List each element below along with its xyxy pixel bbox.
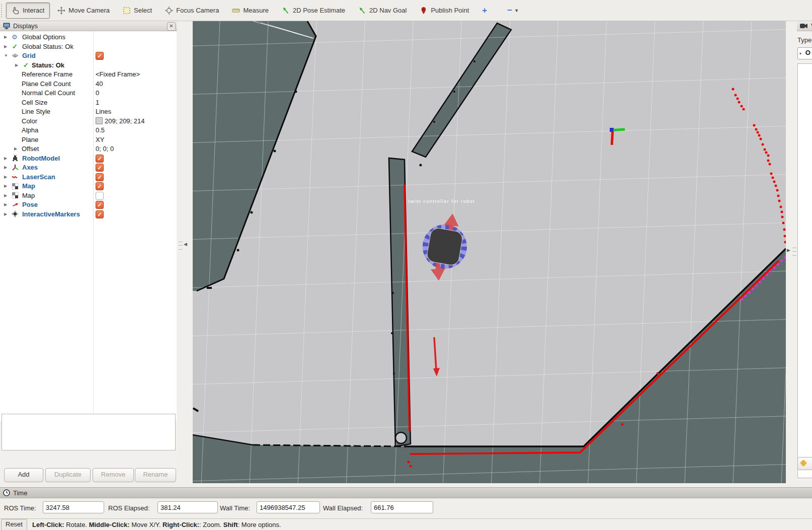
grid-checkbox[interactable]: ✓ xyxy=(96,52,104,60)
row-label: Grid xyxy=(22,51,36,60)
time-panel-body: ROS Time: ROS Elapsed: Wall Time: Wall E… xyxy=(0,499,812,518)
expander-icon[interactable]: ▶ xyxy=(4,172,7,182)
pose-checkbox[interactable]: ✓ xyxy=(96,201,104,209)
tree-row-reference-frame[interactable]: Reference Frame <Fixed Frame> xyxy=(0,69,177,79)
map-pillar xyxy=(395,432,407,443)
splitter-grip[interactable] xyxy=(792,248,796,256)
property-value[interactable]: 40 xyxy=(96,79,103,89)
tree-row-plane[interactable]: Plane XY xyxy=(0,135,177,144)
tree-row-normal-cell-count[interactable]: Normal Cell Count 0 xyxy=(0,88,177,98)
map-3d-view[interactable]: twist controller for robot xyxy=(193,21,786,483)
expander-icon[interactable]: ▼ xyxy=(4,51,8,60)
render-viewport[interactable]: twist controller for robot xyxy=(193,21,786,483)
property-value[interactable]: <Fixed Frame> xyxy=(96,69,140,79)
tree-row-global-status[interactable]: ▶ ✓ Global Status: Ok xyxy=(0,42,177,51)
time-panel-header[interactable]: Time xyxy=(0,487,812,498)
expander-icon[interactable]: ▶ xyxy=(4,42,7,51)
right-splitter-gutter[interactable]: ▶ xyxy=(786,21,797,482)
ros-elapsed-field[interactable] xyxy=(157,501,218,513)
robot-body[interactable] xyxy=(426,227,464,266)
tool-select[interactable]: Select xyxy=(117,3,157,19)
views-panel-title[interactable]: V xyxy=(797,21,812,31)
tree-row-grid[interactable]: ▼ Grid ✓ xyxy=(0,51,177,60)
rename-display-button[interactable]: Rename xyxy=(135,468,176,482)
expander-icon[interactable]: ▶ xyxy=(15,60,18,70)
pose-arrow-icon xyxy=(12,201,19,208)
tree-row-interactivemarkers[interactable]: ▶ InteractiveMarkers ✓ xyxy=(0,209,177,219)
tree-row-axes[interactable]: ▶ Axes ✓ xyxy=(0,163,177,172)
axes-checkbox[interactable]: ✓ xyxy=(96,164,104,172)
wall-time-field[interactable] xyxy=(257,501,320,513)
views-list[interactable] xyxy=(797,63,812,478)
tool-2d-nav-goal[interactable]: 2D Nav Goal xyxy=(353,3,412,19)
views-partial-button[interactable] xyxy=(797,457,812,470)
displays-tree[interactable]: ▶ ⚙ Global Options ▶ ✓ Global Status: Ok… xyxy=(0,31,177,421)
map-pin-icon xyxy=(420,7,428,15)
collapse-left-icon[interactable]: ◀ xyxy=(184,242,187,247)
tree-row-alpha[interactable]: Alpha 0.5 xyxy=(0,125,177,135)
tool-2d-pose-estimate[interactable]: 2D Pose Estimate xyxy=(276,3,351,19)
collapse-right-icon[interactable]: ▶ xyxy=(787,248,790,253)
focus-crosshair-icon xyxy=(165,7,173,15)
expander-icon[interactable]: ▶ xyxy=(4,163,7,172)
property-value[interactable]: 1 xyxy=(96,98,99,107)
add-tool-button[interactable]: + xyxy=(476,3,493,19)
reset-button[interactable]: Reset xyxy=(1,519,27,530)
tree-row-offset[interactable]: ▶ Offset 0; 0; 0 xyxy=(0,144,177,154)
tool-move-camera[interactable]: Move Camera xyxy=(52,3,115,19)
tree-row-cell-size[interactable]: Cell Size 1 xyxy=(0,98,177,107)
property-value[interactable]: 0.5 xyxy=(96,125,105,135)
property-label: Normal Cell Count xyxy=(22,88,75,98)
property-value[interactable]: 209; 209; 214 xyxy=(96,116,145,126)
tree-row-map-2[interactable]: ▶ Map xyxy=(0,191,177,200)
expander-icon[interactable]: ▶ xyxy=(4,181,7,191)
tree-row-line-style[interactable]: Line Style Lines xyxy=(0,107,177,116)
splitter-grip[interactable] xyxy=(179,242,183,250)
property-value[interactable]: 0; 0; 0 xyxy=(96,144,114,154)
laserscan-checkbox[interactable]: ✓ xyxy=(96,173,104,181)
tree-row-grid-status[interactable]: ▶ ✓ Status: Ok xyxy=(0,60,177,70)
tree-row-color[interactable]: Color 209; 209; 214 xyxy=(0,116,177,126)
ros-time-field[interactable] xyxy=(43,501,104,513)
row-label: Map xyxy=(22,191,35,200)
axes-icon xyxy=(12,164,19,171)
map2-checkbox[interactable] xyxy=(96,192,104,200)
tree-row-map-1[interactable]: ▶ Map ✓ xyxy=(0,181,177,191)
tree-row-robotmodel[interactable]: ▶ RobotModel ✓ xyxy=(0,154,177,163)
tool-interact[interactable]: Interact xyxy=(6,3,50,19)
tree-row-laserscan[interactable]: ▶ LaserScan ✓ xyxy=(0,172,177,182)
map1-checkbox[interactable]: ✓ xyxy=(96,182,104,190)
expander-icon[interactable]: ▶ xyxy=(4,191,7,200)
laserscan-icon xyxy=(12,173,19,180)
tool-measure[interactable]: Measure xyxy=(226,3,274,19)
expander-icon[interactable]: ▶ xyxy=(4,209,7,219)
expander-icon[interactable]: ▶ xyxy=(14,144,17,154)
close-icon[interactable]: ✕ xyxy=(167,22,176,31)
property-value[interactable]: Lines xyxy=(96,107,111,116)
wall-elapsed-field[interactable] xyxy=(371,501,433,513)
toolbar-grip[interactable] xyxy=(1,4,4,17)
tree-row-plane-cell-count[interactable]: Plane Cell Count 40 xyxy=(0,79,177,89)
property-value[interactable]: XY xyxy=(96,135,104,144)
tool-interact-label: Interact xyxy=(23,7,44,14)
displays-panel-title[interactable]: Displays ✕ xyxy=(0,21,177,31)
left-splitter-gutter[interactable]: ◀ xyxy=(177,21,193,482)
tree-row-global-options[interactable]: ▶ ⚙ Global Options xyxy=(0,32,177,42)
tool-focus-camera[interactable]: Focus Camera xyxy=(159,3,224,19)
remove-display-button[interactable]: Remove xyxy=(93,468,134,482)
tool-menu-caret-icon[interactable]: ▾ xyxy=(515,8,518,13)
tree-row-pose[interactable]: ▶ Pose ✓ xyxy=(0,200,177,209)
expander-icon[interactable]: ▶ xyxy=(4,154,7,163)
status-ok-check-icon: ✓ xyxy=(23,60,30,67)
remove-tool-button[interactable]: − ▾ xyxy=(502,3,523,19)
grid-display-icon xyxy=(12,52,19,59)
robotmodel-checkbox[interactable]: ✓ xyxy=(96,155,104,163)
expander-icon[interactable]: ▶ xyxy=(4,200,7,209)
interactivemarkers-checkbox[interactable]: ✓ xyxy=(96,210,104,218)
property-value[interactable]: 0 xyxy=(96,88,99,98)
add-display-button[interactable]: Add xyxy=(4,468,43,482)
views-type-dropdown[interactable]: ▾ O xyxy=(797,47,812,59)
tool-publish-point[interactable]: Publish Point xyxy=(414,3,474,19)
expander-icon[interactable]: ▶ xyxy=(4,32,7,42)
duplicate-display-button[interactable]: Duplicate xyxy=(45,468,91,482)
